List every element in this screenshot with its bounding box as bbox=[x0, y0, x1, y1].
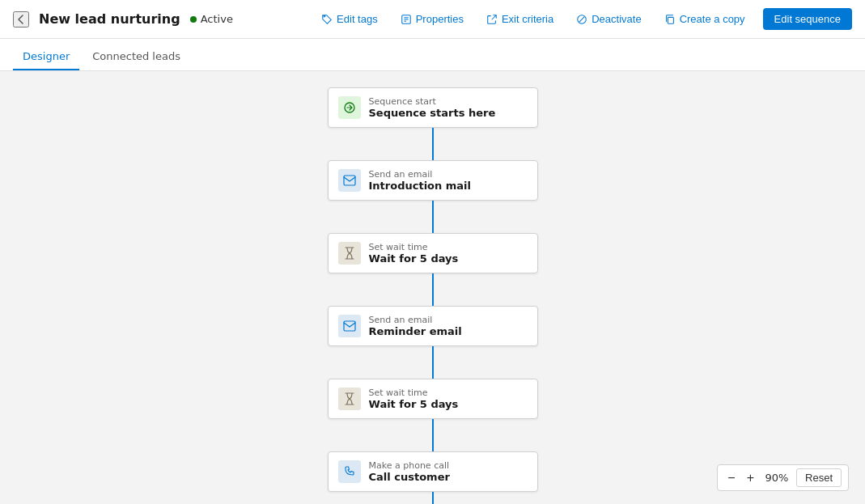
wait1-icon bbox=[338, 242, 361, 265]
create-copy-button[interactable]: Create a copy bbox=[659, 10, 750, 28]
node-label-wait1: Set wait time bbox=[369, 242, 459, 252]
edit-sequence-button[interactable]: Edit sequence bbox=[763, 8, 852, 30]
seq-icon bbox=[343, 101, 356, 114]
phone-call-icon bbox=[344, 466, 355, 477]
page-title: New lead nurturing bbox=[39, 11, 180, 27]
connector-2-3 bbox=[432, 273, 434, 306]
header-actions: Edit tags Properties Exit criteria Deact… bbox=[316, 8, 852, 30]
designer-canvas: Sequence start Sequence starts here Send… bbox=[0, 71, 865, 504]
node-label-email1: Send an email bbox=[369, 169, 472, 180]
node-wait1[interactable]: Set wait time Wait for 5 days bbox=[328, 233, 538, 273]
envelope2-icon bbox=[343, 320, 356, 332]
status-badge: Active bbox=[190, 13, 233, 25]
phone-icon bbox=[338, 460, 361, 483]
email2-icon bbox=[338, 315, 361, 337]
wait2-icon bbox=[338, 388, 361, 410]
node-name-email1: Introduction mail bbox=[369, 180, 472, 192]
deactivate-button[interactable]: Deactivate bbox=[571, 10, 646, 28]
svg-rect-9 bbox=[344, 321, 355, 331]
node-call-customer[interactable]: Make a phone call Call customer bbox=[328, 451, 538, 492]
status-dot-icon bbox=[190, 16, 197, 23]
node-text-wait2: Set wait time Wait for 5 days bbox=[369, 388, 459, 410]
exit-criteria-button[interactable]: Exit criteria bbox=[481, 10, 558, 28]
node-text-start: Sequence start Sequence starts here bbox=[369, 96, 496, 119]
tabs-bar: Designer Connected leads bbox=[0, 39, 865, 71]
sequence-start-icon bbox=[338, 96, 361, 119]
connector-3-4 bbox=[432, 346, 434, 379]
tab-connected-leads[interactable]: Connected leads bbox=[83, 44, 190, 70]
properties-icon bbox=[401, 14, 412, 25]
zoom-reset-button[interactable]: Reset bbox=[796, 468, 842, 487]
exit-criteria-icon bbox=[486, 14, 498, 25]
node-sequence-start[interactable]: Sequence start Sequence starts here bbox=[328, 87, 538, 128]
node-name-phone: Call customer bbox=[369, 471, 450, 483]
node-intro-email[interactable]: Send an email Introduction mail bbox=[328, 160, 538, 201]
tag-icon bbox=[321, 14, 333, 25]
svg-rect-8 bbox=[344, 176, 355, 185]
node-reminder-email[interactable]: Send an email Reminder email bbox=[328, 306, 538, 346]
email1-icon bbox=[338, 169, 361, 192]
zoom-controls: − + 90% Reset bbox=[717, 464, 849, 491]
node-text-email1: Send an email Introduction mail bbox=[369, 169, 472, 192]
connector-0-1 bbox=[432, 128, 434, 160]
hourglass-icon bbox=[344, 247, 355, 260]
back-button[interactable] bbox=[13, 11, 29, 28]
node-label-email2: Send an email bbox=[369, 315, 462, 325]
node-name-wait2: Wait for 5 days bbox=[369, 398, 459, 410]
node-name-email2: Reminder email bbox=[369, 325, 462, 337]
envelope-icon bbox=[343, 175, 356, 186]
node-label-phone: Make a phone call bbox=[369, 460, 450, 471]
copy-icon bbox=[664, 14, 676, 25]
connector-5-end bbox=[432, 492, 434, 504]
sequence-flow: Sequence start Sequence starts here Send… bbox=[312, 87, 554, 504]
properties-button[interactable]: Properties bbox=[396, 10, 469, 28]
arrow-left-icon bbox=[15, 13, 28, 26]
zoom-percentage: 90% bbox=[762, 472, 791, 484]
node-text-phone: Make a phone call Call customer bbox=[369, 460, 450, 483]
hourglass2-icon bbox=[344, 392, 355, 405]
deactivate-icon bbox=[576, 14, 587, 25]
status-label: Active bbox=[201, 13, 233, 25]
node-label-start: Sequence start bbox=[369, 96, 496, 107]
svg-rect-6 bbox=[668, 17, 673, 23]
edit-tags-button[interactable]: Edit tags bbox=[316, 10, 383, 28]
zoom-in-button[interactable]: + bbox=[744, 470, 757, 486]
node-wait2[interactable]: Set wait time Wait for 5 days bbox=[328, 379, 538, 419]
node-label-wait2: Set wait time bbox=[369, 388, 459, 398]
connector-4-5 bbox=[432, 419, 434, 451]
node-text-wait1: Set wait time Wait for 5 days bbox=[369, 242, 459, 265]
node-text-email2: Send an email Reminder email bbox=[369, 315, 462, 337]
header: New lead nurturing Active Edit tags Prop… bbox=[0, 0, 865, 39]
zoom-out-button[interactable]: − bbox=[724, 470, 738, 486]
connector-1-2 bbox=[432, 201, 434, 233]
svg-line-5 bbox=[579, 16, 584, 21]
tab-designer[interactable]: Designer bbox=[13, 44, 79, 70]
node-name-wait1: Wait for 5 days bbox=[369, 252, 459, 265]
node-name-start: Sequence starts here bbox=[369, 107, 496, 119]
